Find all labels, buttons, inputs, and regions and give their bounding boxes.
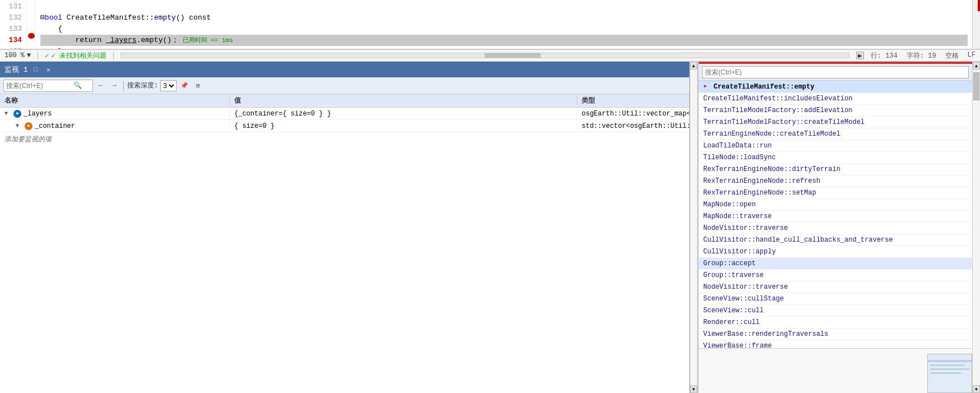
status-char: 字符: 19 (907, 51, 936, 61)
line-numbers: 131 132 133 134 135 (0, 0, 27, 49)
status-no-problems: ✓ 未找到相关问题 (51, 51, 106, 61)
callstack-item-3[interactable]: TerrainTileModelFactory::createTileModel (699, 117, 972, 128)
add-watch-item[interactable]: 添加要监视的项 (0, 132, 689, 146)
callstack-item-label-13: CullVisitor::handle_cull_callbacks_and_t… (703, 236, 893, 244)
callstack-item-label-4: TerrainEngineNode::createTileModel (703, 130, 840, 138)
var-icon-layers: ● (13, 110, 21, 118)
depth-select-dropdown[interactable]: 3 1 2 4 5 (160, 80, 177, 91)
watch-panel-close-btn[interactable]: ✕ (45, 66, 52, 73)
zoom-dropdown-icon[interactable]: ▼ (27, 52, 31, 59)
depth-select-area: 搜索深度: 3 1 2 4 5 (127, 80, 177, 91)
callstack-item-label-10: MapNode::open (703, 201, 756, 209)
col-value-header: 值 (230, 96, 577, 105)
callstack-item-label-6: TileNode::loadSync (703, 154, 776, 161)
callstack-item-label-2: TerrainTileModelFactory::addElevation (703, 107, 852, 114)
callstack-item-4[interactable]: TerrainEngineNode::createTileModel (699, 128, 972, 140)
callstack-item-label-16: Group::traverse (703, 271, 764, 279)
callstack-list: ➤ CreateTileManifest::empty CreateTileMa… (699, 81, 972, 348)
callstack-scroll-track (973, 70, 980, 385)
callstack-item-12[interactable]: NodeVisitor::traverse (699, 223, 972, 234)
minimap-area (699, 348, 972, 393)
callstack-item-16[interactable]: Group::traverse (699, 270, 972, 281)
code-editor: 131 132 133 134 135 ⊟bool CreateTileMani… (0, 0, 980, 49)
status-check: ✓ ✓ 未找到相关问题 (45, 51, 106, 61)
status-lf: LF (968, 51, 976, 61)
callstack-item-label-22: ViewerBase::frame (703, 342, 772, 348)
scroll-down-btn[interactable]: ▼ (690, 385, 697, 393)
callstack-item-2[interactable]: TerrainTileModelFactory::addElevation (699, 105, 972, 117)
status-line: 行: 134 (871, 51, 898, 61)
callstack-search-box[interactable] (702, 66, 969, 78)
grid-view-btn[interactable]: ⊞ (192, 80, 203, 91)
depth-label: 搜索深度: (127, 81, 158, 90)
watch-search-input[interactable] (6, 82, 73, 90)
callstack-item-17[interactable]: NodeVisitor::traverse (699, 281, 972, 293)
zoom-control[interactable]: 100 % ▼ (4, 52, 31, 59)
callstack-item-9[interactable]: RexTerrainEngineNode::setMap (699, 187, 972, 199)
watch-row-container[interactable]: ▼ ● _container { size=0 } std::vector<os… (0, 120, 689, 132)
var-icon-container: ● (25, 122, 32, 130)
callstack-search-input[interactable] (705, 68, 966, 76)
callstack-item-21[interactable]: ViewerBase::renderingTraversals (699, 329, 972, 340)
code-line-132: ⊟bool CreateTileManifest::empty() const (40, 12, 968, 24)
minimap-thumbnail (927, 354, 972, 393)
toolbar-sep-1 (123, 81, 124, 91)
code-line-133: { (40, 24, 968, 35)
watch-panel: 监视 1 □ ✕ 🔍 ← → 搜索深度: 3 1 2 4 5 (0, 62, 690, 393)
nav-back-btn[interactable]: ← (95, 80, 106, 91)
callstack-item-18[interactable]: SceneView::cullStage (699, 293, 972, 305)
watch-panel-pin-btn[interactable]: □ (32, 66, 40, 73)
callstack-item-label-5: LoadTileData::run (703, 142, 772, 150)
col-type-header: 类型 (577, 96, 689, 105)
editor-scrolltrack[interactable] (120, 53, 849, 58)
callstack-scroll-down[interactable]: ▼ (973, 385, 980, 393)
zoom-value: 100 % (4, 52, 25, 59)
callstack-item-14[interactable]: CullVisitor::apply (699, 246, 972, 258)
watch-row-layers[interactable]: ▼ ● _layers {_container={ size=0 } } osg… (0, 108, 689, 120)
callstack-item-19[interactable]: SceneView::cull (699, 305, 972, 317)
callstack-item-20[interactable]: Renderer::cull (699, 317, 972, 329)
nav-fwd-btn[interactable]: → (109, 80, 120, 91)
error-indicator (978, 0, 980, 11)
callstack-item-13[interactable]: CullVisitor::handle_cull_callbacks_and_t… (699, 234, 972, 246)
container-var-name: _container (35, 122, 75, 130)
callstack-item-7[interactable]: RexTerrainEngineNode::dirtyTerrain (699, 164, 972, 175)
pin-toolbar-btn[interactable]: 📌 (179, 80, 190, 91)
callstack-item-5[interactable]: LoadTileData::run (699, 140, 972, 152)
callstack-item-8[interactable]: RexTerrainEngineNode::refresh (699, 175, 972, 187)
callstack-item-22[interactable]: ViewerBase::frame (699, 340, 972, 348)
line-num-131: 131 (4, 1, 22, 12)
callstack-item-11[interactable]: MapNode::traverse (699, 211, 972, 223)
callstack-item-6[interactable]: TileNode::loadSync (699, 152, 972, 164)
watch-table: 名称 值 类型 ▼ ● _layers {_container={ size=0… (0, 94, 689, 393)
callstack-item-10[interactable]: MapNode::open (699, 199, 972, 211)
watch-table-header: 名称 值 类型 (0, 94, 689, 108)
editor-scrollbar[interactable] (972, 0, 980, 49)
scroll-track (690, 70, 697, 385)
watch-toolbar: 🔍 ← → 搜索深度: 3 1 2 4 5 📌 ⊞ (0, 77, 689, 94)
expand-icon-container[interactable]: ▼ (16, 123, 22, 129)
scroll-right-btn[interactable]: ▶ (856, 52, 864, 59)
callstack-item-label-9: RexTerrainEngineNode::setMap (703, 189, 816, 197)
callstack-item-label-3: TerrainTileModelFactory::createTileModel (703, 118, 865, 126)
callstack-item-label-15: Group::accept (703, 260, 756, 267)
watch-panel-scrollbar[interactable]: ▲ ▼ (690, 62, 698, 393)
callstack-item-0[interactable]: ➤ CreateTileManifest::empty (699, 81, 972, 93)
line-num-134: 134 (4, 35, 22, 46)
search-icon[interactable]: 🔍 (73, 81, 82, 90)
callstack-item-15[interactable]: Group::accept (699, 258, 972, 270)
watch-search-box[interactable]: 🔍 (3, 80, 93, 92)
scroll-up-btn[interactable]: ▲ (690, 62, 697, 70)
code-line-135: } (40, 46, 968, 49)
status-right: 行: 134 字符: 19 空格 LF (871, 51, 976, 61)
current-frame-arrow: ➤ (703, 82, 707, 91)
code-line-131 (40, 1, 968, 12)
status-sep-2 (113, 52, 114, 59)
col-name-header: 名称 (0, 96, 230, 105)
layers-var-name: _layers (24, 110, 52, 118)
callstack-item-1[interactable]: CreateTileManifest::includesElevation (699, 93, 972, 105)
callstack-scroll-up[interactable]: ▲ (973, 62, 980, 70)
expand-icon-layers[interactable]: ▼ (4, 110, 11, 117)
callstack-scroll-thumb (973, 72, 979, 100)
callstack-scrollbar[interactable]: ▲ ▼ (972, 62, 980, 393)
